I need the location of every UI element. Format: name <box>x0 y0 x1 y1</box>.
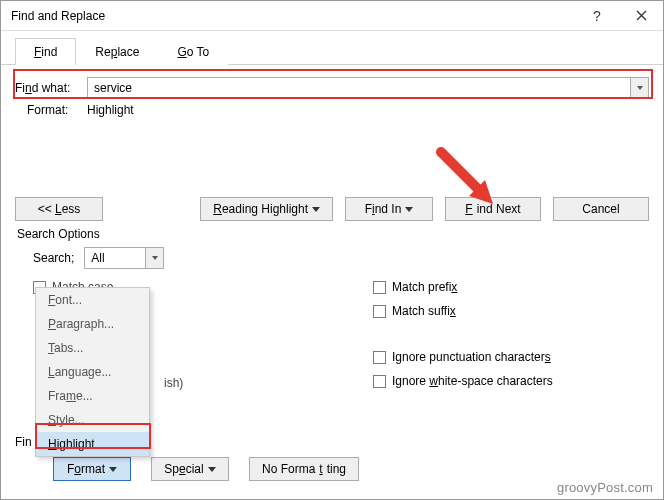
find-section-label-fragment: Fin <box>15 435 32 449</box>
search-direction-select[interactable]: All <box>84 247 146 269</box>
chevron-down-icon <box>152 256 158 260</box>
checkbox-icon <box>373 375 386 388</box>
menu-highlight[interactable]: Highlight <box>36 432 149 456</box>
bottom-button-row: Format Special No Formatting <box>15 457 359 481</box>
match-suffix-label: Match suffix <box>392 304 456 318</box>
dialog-title: Find and Replace <box>11 9 105 23</box>
ignore-whitespace-row[interactable]: Ignore white-space characters <box>373 371 553 391</box>
dialog-window: Find and Replace ? Find Replace Go To Fi… <box>0 0 664 500</box>
format-value: Highlight <box>87 103 134 117</box>
find-what-input[interactable] <box>87 77 631 99</box>
no-formatting-button[interactable]: No Formatting <box>249 457 359 481</box>
format-label: Format: <box>15 103 87 117</box>
close-button[interactable] <box>619 1 663 31</box>
cancel-button[interactable]: Cancel <box>553 197 649 221</box>
menu-paragraph[interactable]: Paragraph... <box>36 312 149 336</box>
caret-down-icon <box>208 467 216 472</box>
tab-replace[interactable]: Replace <box>76 38 158 65</box>
checkbox-icon <box>373 351 386 364</box>
help-button[interactable]: ? <box>575 1 619 31</box>
checkbox-icon <box>373 305 386 318</box>
less-button[interactable]: << Less <box>15 197 103 221</box>
match-suffix-row[interactable]: Match suffix <box>373 301 553 321</box>
ignore-punctuation-label: Ignore punctuation characters <box>392 350 551 364</box>
menu-style[interactable]: Style... <box>36 408 149 432</box>
search-direction-label: Search; <box>33 251 74 265</box>
match-prefix-row[interactable]: Match prefix <box>373 277 553 297</box>
tab-goto[interactable]: Go To <box>158 38 228 65</box>
find-in-button[interactable]: Find In <box>345 197 433 221</box>
special-button[interactable]: Special <box>151 457 229 481</box>
caret-down-icon <box>405 207 413 212</box>
menu-language[interactable]: Language... <box>36 360 149 384</box>
menu-tabs[interactable]: Tabs... <box>36 336 149 360</box>
match-prefix-label: Match prefix <box>392 280 457 294</box>
find-what-label: Find what: <box>15 81 87 95</box>
checkbox-icon <box>373 281 386 294</box>
chevron-down-icon <box>637 86 643 90</box>
menu-font[interactable]: Font... <box>36 288 149 312</box>
ignore-punctuation-row[interactable]: Ignore punctuation characters <box>373 347 553 367</box>
search-options-heading: Search Options <box>17 227 649 241</box>
search-direction-dropdown[interactable] <box>146 247 164 269</box>
format-menu: Font... Paragraph... Tabs... Language...… <box>35 287 150 457</box>
caret-down-icon <box>312 207 320 212</box>
reading-highlight-button[interactable]: Reading Highlight <box>200 197 333 221</box>
tab-find[interactable]: Find <box>15 38 76 65</box>
menu-frame[interactable]: Frame... <box>36 384 149 408</box>
find-next-button[interactable]: Find Next <box>445 197 541 221</box>
caret-down-icon <box>109 467 117 472</box>
ignore-whitespace-label: Ignore white-space characters <box>392 374 553 388</box>
titlebar: Find and Replace ? <box>1 1 663 31</box>
tabs-strip: Find Replace Go To <box>1 31 663 65</box>
format-button[interactable]: Format <box>53 457 131 481</box>
close-icon <box>636 10 647 21</box>
watermark: groovyPost.com <box>557 480 653 495</box>
find-what-dropdown[interactable] <box>631 77 649 99</box>
